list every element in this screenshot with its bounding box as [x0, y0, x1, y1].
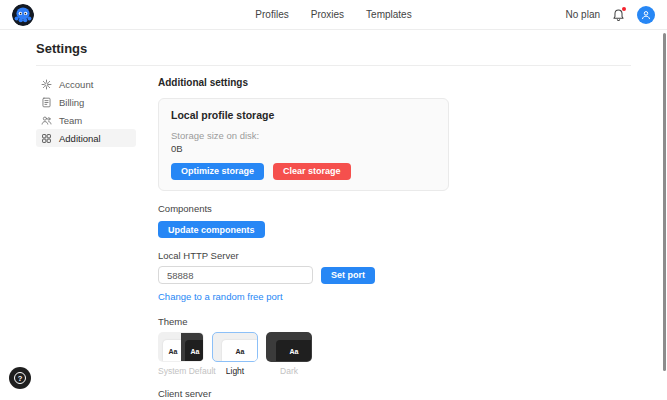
theme-sample: Aa: [222, 340, 258, 362]
sidebar-item-additional[interactable]: Additional: [36, 129, 136, 147]
team-icon: [41, 115, 52, 126]
components-label: Components: [158, 203, 449, 214]
help-button[interactable]: ?: [9, 367, 31, 389]
grid-icon: [41, 133, 52, 144]
vertical-scrollbar[interactable]: [663, 33, 666, 371]
optimize-storage-button[interactable]: Optimize storage: [171, 163, 264, 180]
random-port-link[interactable]: Change to a random free port: [158, 291, 283, 302]
sidebar-item-label: Team: [59, 115, 82, 126]
section-title: Additional settings: [158, 77, 449, 88]
question-mark-icon: ?: [14, 372, 26, 384]
nav-proxies[interactable]: Proxies: [311, 9, 344, 20]
storage-size-label: Storage size on disk:: [171, 130, 436, 142]
gear-icon: [41, 79, 52, 90]
nav-templates[interactable]: Templates: [366, 9, 412, 20]
theme-sample: Aa: [163, 340, 181, 361]
notifications-bell-icon[interactable]: [612, 8, 625, 22]
settings-sidebar: Account Billing Team: [36, 75, 136, 400]
page-title: Settings: [36, 41, 631, 56]
theme-option-label-system-default: System Default: [158, 366, 204, 376]
set-port-button[interactable]: Set port: [321, 267, 375, 284]
additional-settings-panel: Additional settings Local profile storag…: [158, 75, 449, 400]
storage-card-title: Local profile storage: [171, 109, 436, 121]
notification-dot: [622, 7, 626, 11]
sidebar-item-team[interactable]: Team: [36, 111, 136, 129]
billing-icon: [41, 97, 52, 108]
theme-options: Aa Aa Aa Aa: [158, 332, 449, 362]
theme-sample: Aa: [276, 340, 312, 362]
sidebar-item-label: Account: [59, 79, 93, 90]
sidebar-item-billing[interactable]: Billing: [36, 93, 136, 111]
port-input[interactable]: [158, 266, 313, 284]
sidebar-item-label: Billing: [59, 97, 84, 108]
header-right: No plan: [566, 6, 655, 24]
main-nav: Profiles Proxies Templates: [255, 9, 411, 20]
local-profile-storage-card: Local profile storage Storage size on di…: [158, 98, 449, 191]
theme-option-label-dark: Dark: [266, 366, 312, 376]
plan-status[interactable]: No plan: [566, 9, 600, 20]
sidebar-item-account[interactable]: Account: [36, 75, 136, 93]
account-avatar[interactable]: [637, 6, 655, 24]
top-bar: Profiles Proxies Templates No plan: [0, 0, 667, 30]
clear-storage-button[interactable]: Clear storage: [273, 163, 351, 180]
nav-profiles[interactable]: Profiles: [255, 9, 288, 20]
update-components-button[interactable]: Update components: [158, 221, 265, 238]
theme-label: Theme: [158, 316, 449, 327]
sidebar-item-label: Additional: [59, 133, 101, 144]
theme-option-dark[interactable]: Aa: [266, 332, 312, 362]
storage-size-value: 0B: [171, 143, 436, 154]
theme-option-light[interactable]: Aa: [212, 332, 258, 362]
client-server-label: Client server: [158, 388, 449, 399]
http-server-label: Local HTTP Server: [158, 250, 449, 261]
theme-option-system-default[interactable]: Aa Aa: [158, 332, 204, 362]
theme-option-label-light: Light: [212, 366, 258, 376]
octopus-logo-icon[interactable]: [12, 4, 34, 26]
theme-sample: Aa: [185, 340, 203, 361]
